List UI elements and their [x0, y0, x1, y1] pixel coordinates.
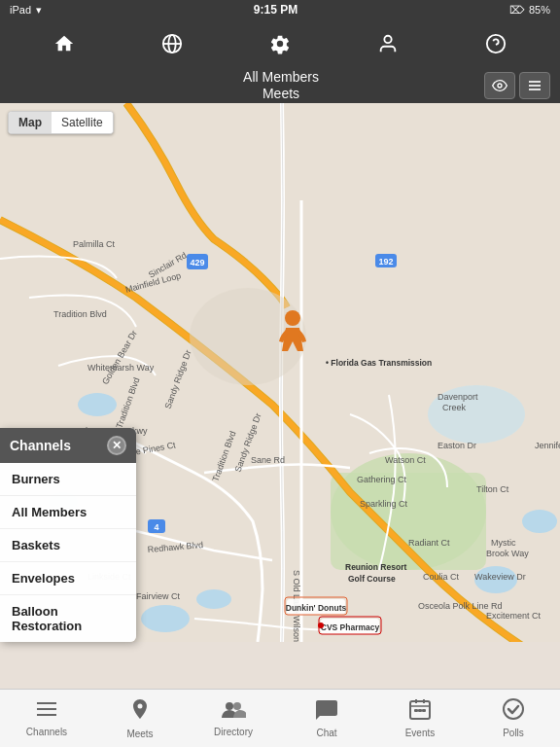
title-bar: All Members Meets	[0, 68, 560, 103]
status-time: 9:15 PM	[254, 3, 298, 17]
channels-tab-icon	[35, 699, 58, 725]
svg-text:Osceola Polk Line Rd: Osceola Polk Line Rd	[418, 601, 503, 611]
svg-text:Brook Way: Brook Way	[486, 549, 529, 558]
person-marker	[274, 308, 311, 368]
svg-text:Tilton Ct: Tilton Ct	[476, 484, 509, 494]
svg-point-74	[233, 702, 241, 710]
carrier-label: iPad	[10, 4, 31, 16]
svg-point-67	[318, 622, 324, 628]
chat-tab-icon	[316, 698, 337, 726]
svg-text:Reunion Resort: Reunion Resort	[345, 562, 406, 572]
tab-events[interactable]: Events	[373, 698, 467, 738]
svg-text:Sparkling Ct: Sparkling Ct	[360, 499, 408, 509]
directory-tab-label: Directory	[214, 727, 253, 737]
meets-tab-label: Meets	[126, 729, 153, 739]
channel-item-burners[interactable]: Burners	[0, 463, 136, 496]
svg-text:Wakeview Dr: Wakeview Dr	[474, 572, 526, 582]
svg-point-73	[226, 702, 233, 710]
svg-text:Radiant Ct: Radiant Ct	[408, 538, 450, 548]
svg-text:Creek: Creek	[442, 403, 467, 412]
events-tab-label: Events	[405, 728, 436, 738]
svg-rect-80	[422, 709, 426, 712]
channels-label: Channels	[10, 438, 71, 453]
svg-text:Golf Course: Golf Course	[348, 574, 396, 584]
svg-text:Fairview Ct: Fairview Ct	[136, 591, 181, 601]
map-toggle[interactable]: Map Satellite	[8, 111, 114, 134]
menu-button[interactable]	[519, 72, 550, 99]
directory-tab-icon	[221, 699, 246, 725]
map-button[interactable]: Map	[9, 112, 52, 133]
channels-header: Channels ✕	[0, 428, 136, 463]
channel-item-balloon-restoration[interactable]: Balloon Restoration	[0, 595, 136, 642]
channels-tab-label: Channels	[26, 727, 67, 737]
svg-rect-79	[414, 709, 418, 712]
svg-text:• Florida Gas Transmission: • Florida Gas Transmission	[326, 358, 432, 368]
channel-item-all-members[interactable]: All Members	[0, 496, 136, 529]
svg-rect-81	[418, 709, 422, 712]
tab-directory[interactable]: Directory	[187, 699, 280, 737]
wifi-icon: ▾	[36, 4, 42, 17]
svg-text:Palmilla Ct: Palmilla Ct	[73, 239, 116, 249]
svg-point-14	[196, 589, 231, 609]
svg-text:429: 429	[190, 258, 204, 267]
svg-point-13	[141, 605, 190, 632]
profile-nav-button[interactable]	[370, 26, 405, 61]
meets-tab-icon	[129, 697, 151, 727]
channel-item-envelopes[interactable]: Envelopes	[0, 562, 136, 595]
satellite-button[interactable]: Satellite	[52, 112, 113, 133]
svg-text:Coulia Ct: Coulia Ct	[423, 572, 460, 582]
svg-text:Gathering Ct: Gathering Ct	[357, 475, 407, 484]
bluetooth-icon: ⌦	[509, 4, 525, 17]
tab-polls[interactable]: Polls	[467, 698, 560, 738]
status-right: ⌦ 85%	[509, 4, 550, 17]
status-bar: iPad ▾ 9:15 PM ⌦ 85%	[0, 0, 560, 19]
svg-text:Mystic: Mystic	[491, 538, 516, 548]
svg-text:Tradition Blvd: Tradition Blvd	[53, 309, 107, 319]
svg-text:192: 192	[378, 257, 393, 267]
channels-panel: Channels ✕ Burners All Members Baskets E…	[0, 428, 136, 642]
svg-point-16	[78, 393, 117, 416]
tab-channels[interactable]: Channels	[0, 699, 93, 737]
svg-text:Dunkin' Donuts: Dunkin' Donuts	[286, 603, 347, 613]
svg-text:4: 4	[154, 522, 158, 532]
settings-nav-button[interactable]	[262, 26, 298, 61]
svg-text:Excitement Ct: Excitement Ct	[486, 611, 542, 621]
svg-point-19	[522, 510, 557, 533]
battery-label: 85%	[529, 4, 550, 16]
svg-text:Jennifer L: Jennifer L	[535, 441, 560, 450]
top-nav	[0, 19, 560, 68]
bottom-tab-bar: Channels Meets Directory Chat	[0, 689, 560, 747]
svg-text:Sane Rd: Sane Rd	[251, 455, 285, 465]
svg-text:CVS Pharmacy: CVS Pharmacy	[321, 622, 380, 632]
page-title: All Members Meets	[78, 69, 484, 102]
events-tab-icon	[409, 698, 431, 726]
svg-point-6	[498, 84, 502, 88]
home-nav-button[interactable]	[47, 26, 82, 61]
eye-button[interactable]	[484, 72, 515, 99]
svg-point-69	[285, 310, 300, 326]
svg-text:Davenport: Davenport	[438, 392, 478, 402]
globe-nav-button[interactable]	[155, 26, 190, 61]
svg-text:Watson Ct: Watson Ct	[385, 455, 426, 465]
chat-tab-label: Chat	[316, 728, 336, 738]
channels-close-button[interactable]: ✕	[107, 436, 126, 455]
help-nav-button[interactable]	[478, 26, 513, 61]
tab-chat[interactable]: Chat	[280, 698, 373, 738]
title-buttons	[484, 72, 550, 99]
svg-point-82	[504, 699, 523, 719]
tab-meets[interactable]: Meets	[93, 697, 187, 739]
status-left: iPad ▾	[10, 4, 42, 17]
svg-text:Easton Dr: Easton Dr	[438, 441, 476, 450]
channel-item-baskets[interactable]: Baskets	[0, 529, 136, 562]
polls-tab-icon	[503, 698, 524, 726]
svg-point-3	[384, 36, 391, 43]
polls-tab-label: Polls	[503, 728, 524, 738]
